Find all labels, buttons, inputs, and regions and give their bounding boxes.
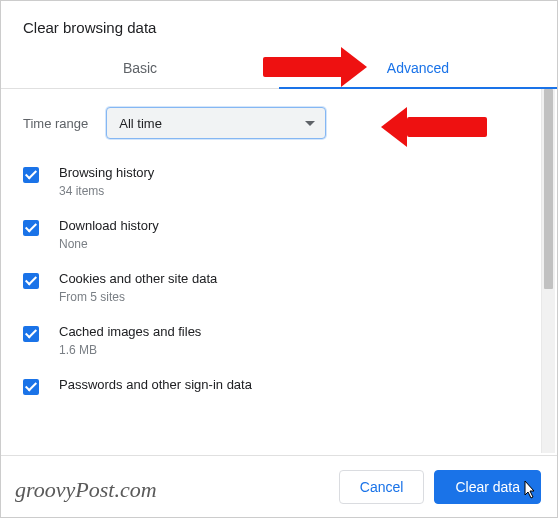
item-title: Download history [59,218,159,233]
list-item: Download history None [23,208,539,261]
tabs: Basic Advanced [1,50,557,89]
item-title: Cookies and other site data [59,271,217,286]
item-subtitle: 1.6 MB [59,343,201,357]
item-title: Passwords and other sign-in data [59,377,252,392]
clear-data-button[interactable]: Clear data [434,470,541,504]
checkbox-cookies[interactable] [23,273,39,289]
time-range-label: Time range [23,116,88,131]
dialog-title: Clear browsing data [1,1,557,50]
time-range-row: Time range All time [23,89,539,155]
list-item: Cookies and other site data From 5 sites [23,261,539,314]
time-range-select[interactable]: All time [106,107,326,139]
checkbox-cached-images[interactable] [23,326,39,342]
list-item: Passwords and other sign-in data [23,367,539,406]
list-item: Browsing history 34 items [23,155,539,208]
item-title: Browsing history [59,165,154,180]
dropdown-caret-icon [305,121,315,126]
checkbox-browsing-history[interactable] [23,167,39,183]
item-subtitle: 34 items [59,184,154,198]
item-title: Cached images and files [59,324,201,339]
time-range-value: All time [119,116,162,131]
checkbox-download-history[interactable] [23,220,39,236]
tab-advanced[interactable]: Advanced [279,50,557,88]
content-area: Time range All time Browsing history 34 … [1,89,557,429]
cancel-button[interactable]: Cancel [339,470,425,504]
checkbox-passwords[interactable] [23,379,39,395]
list-item: Cached images and files 1.6 MB [23,314,539,367]
tab-basic[interactable]: Basic [1,50,279,88]
item-subtitle: None [59,237,159,251]
dialog-footer: Cancel Clear data [1,455,557,517]
item-subtitle: From 5 sites [59,290,217,304]
